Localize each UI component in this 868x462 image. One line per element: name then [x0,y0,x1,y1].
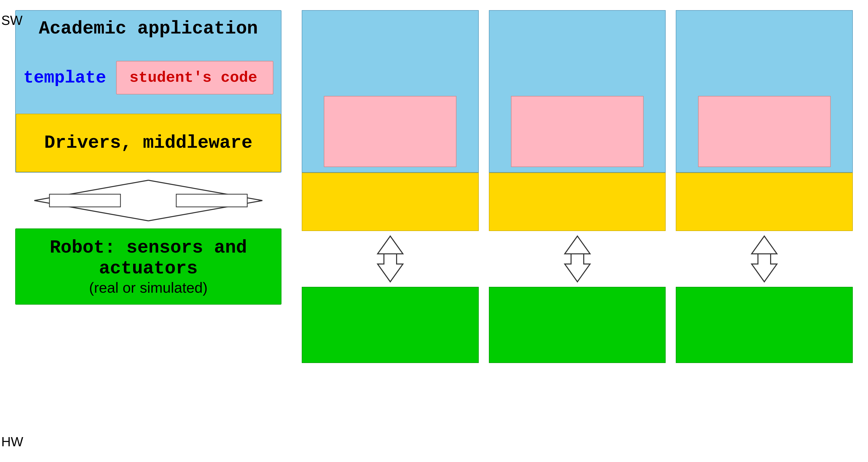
right-column-2 [489,10,666,363]
right-col1-hw [302,287,479,363]
students-code-box: student's code [116,61,273,94]
svg-marker-9 [565,254,590,282]
right-col1-yellow [302,173,479,231]
hw-label: HW [1,434,23,449]
sw-block: Academic application template student's … [15,10,281,173]
right-col2-hw [489,287,666,363]
svg-rect-4 [50,194,120,207]
hw-block: Robot: sensors and actuators (real or si… [15,228,281,305]
drivers-block: Drivers, middleware [16,114,281,172]
right-col2-yellow [489,173,666,231]
right-col1-pink [324,96,457,167]
connector-area [15,173,281,228]
right-col1-arrow [302,231,479,287]
right-column-3 [676,10,853,363]
main-layout: SW HW Academic application template stud… [0,0,868,462]
academic-title: Academic application [16,11,281,44]
right-col2-sw [489,10,666,173]
left-diagram: SW HW Academic application template stud… [15,10,281,452]
right-col2-arrow [489,231,666,287]
right-diagram [302,10,853,452]
sw-label: SW [1,13,23,28]
right-col3-sw [676,10,853,173]
right-column-1 [302,10,479,363]
drivers-label: Drivers, middleware [44,133,253,153]
right-col3-yellow [676,173,853,231]
template-label: template [23,68,106,88]
students-code-label: student's code [129,69,257,86]
right-col3-pink [698,96,831,167]
template-row: template student's code [16,44,281,114]
svg-marker-7 [378,254,403,282]
diamond-arrow [34,178,262,223]
right-col3-arrow [676,231,853,287]
right-col3-hw [676,287,853,363]
right-col1-sw [302,10,479,173]
svg-rect-5 [176,194,247,207]
right-col2-pink [511,96,644,167]
svg-marker-11 [752,254,777,282]
robot-label: Robot: sensors and actuators [16,237,281,279]
robot-sub-label: (real or simulated) [89,279,208,296]
